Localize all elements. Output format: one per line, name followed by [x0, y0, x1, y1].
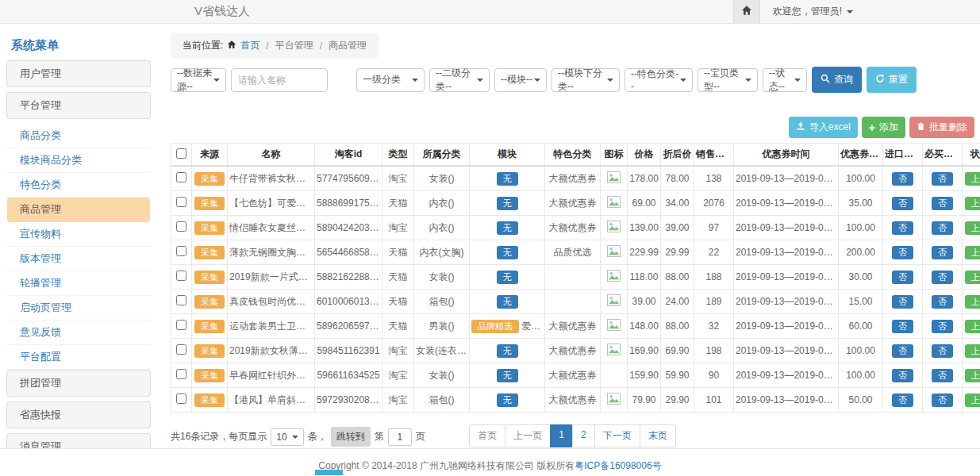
must-buy-badge[interactable]: 否: [932, 320, 953, 333]
sidebar-item[interactable]: 拼团管理: [6, 370, 151, 397]
sidebar-item[interactable]: 商品管理: [7, 198, 150, 222]
sidebar-item[interactable]: 版本管理: [7, 247, 150, 271]
filter-select[interactable]: --特色分类--: [625, 68, 693, 92]
row-checkbox[interactable]: [176, 393, 186, 404]
user-menu[interactable]: 欢迎您，管理员!: [773, 5, 853, 18]
filter-select[interactable]: --宝贝类型--: [698, 68, 758, 92]
must-buy-badge[interactable]: 否: [932, 344, 953, 358]
status-badge[interactable]: 上架: [965, 295, 980, 309]
product-thumbnail[interactable]: [607, 347, 621, 358]
pager-button[interactable]: 末页: [640, 424, 676, 447]
sidebar-item[interactable]: 平台管理: [6, 92, 151, 119]
must-buy-badge[interactable]: 否: [932, 393, 953, 407]
sidebar-item[interactable]: 模块商品分类: [7, 148, 150, 173]
row-checkbox[interactable]: [176, 197, 186, 207]
product-thumbnail[interactable]: [607, 273, 621, 284]
select-all-checkbox[interactable]: [176, 148, 186, 159]
product-thumbnail[interactable]: [607, 224, 621, 235]
row-checkbox[interactable]: [176, 271, 186, 281]
breadcrumb-home-link[interactable]: 首页: [240, 39, 259, 52]
must-buy-badge[interactable]: 否: [932, 271, 953, 284]
pager-button[interactable]: 首页: [469, 424, 505, 447]
sidebar-item[interactable]: 特色分类: [7, 173, 150, 198]
product-thumbnail[interactable]: [607, 248, 621, 259]
row-checkbox[interactable]: [176, 221, 186, 232]
feature-cell: 品质优选: [545, 240, 601, 265]
product-thumbnail[interactable]: [607, 298, 621, 309]
sidebar-item[interactable]: 意见反馈: [7, 321, 150, 345]
row-select-cell: [171, 166, 192, 191]
must-buy-badge[interactable]: 否: [932, 295, 953, 309]
sidebar-item[interactable]: 轮播管理: [7, 271, 150, 296]
search-button[interactable]: 查询: [812, 67, 862, 93]
row-checkbox[interactable]: [176, 295, 186, 305]
row-checkbox[interactable]: [176, 320, 186, 330]
status-badge[interactable]: 上架: [965, 271, 980, 284]
import-select-badge[interactable]: 否: [892, 344, 913, 358]
status-badge[interactable]: 上架: [965, 246, 980, 259]
table-row: 采集【七色纺】可爱纯棉家...588869917501天猫内衣()无大额优惠券6…: [171, 191, 980, 216]
status-badge[interactable]: 上架: [965, 172, 980, 186]
add-button[interactable]: + 添加: [862, 117, 905, 138]
import-select-badge[interactable]: 否: [892, 271, 913, 284]
product-thumbnail[interactable]: [607, 199, 621, 210]
home-button[interactable]: [733, 0, 760, 24]
sidebar-item[interactable]: 省惠快报: [6, 401, 151, 428]
source-cell: 采集: [192, 240, 228, 265]
jump-button[interactable]: 跳转到: [331, 427, 371, 447]
chevron-down-icon: [680, 79, 686, 82]
sidebar-item[interactable]: 启动页管理: [7, 296, 150, 321]
status-badge[interactable]: 上架: [965, 221, 980, 235]
product-thumbnail[interactable]: [607, 175, 621, 186]
status-badge[interactable]: 上架: [965, 393, 980, 407]
name-search-input[interactable]: [231, 68, 328, 92]
sidebar-item[interactable]: 宣传物料: [7, 222, 150, 247]
product-thumbnail[interactable]: [607, 322, 621, 333]
row-checkbox[interactable]: [176, 172, 186, 182]
pager-button[interactable]: 1: [550, 424, 573, 447]
must-buy-badge[interactable]: 否: [932, 246, 953, 259]
coupon-amount-cell: 100.00: [839, 363, 883, 388]
pager-button[interactable]: 上一页: [505, 424, 551, 447]
status-badge[interactable]: 上架: [965, 344, 980, 358]
row-checkbox[interactable]: [176, 246, 186, 256]
must-buy-badge[interactable]: 否: [932, 369, 953, 382]
status-badge[interactable]: 上架: [965, 320, 980, 333]
filter-select[interactable]: 一级分类: [356, 68, 425, 92]
per-page-select[interactable]: 10: [271, 428, 303, 446]
import-select-badge[interactable]: 否: [892, 320, 913, 333]
filter-select[interactable]: --状态--: [763, 68, 807, 92]
import-select-badge[interactable]: 否: [892, 172, 913, 186]
must-buy-badge[interactable]: 否: [932, 221, 953, 235]
import-select-badge[interactable]: 否: [892, 197, 913, 210]
jump-page-input[interactable]: [388, 428, 412, 446]
import-select-badge[interactable]: 否: [892, 369, 913, 382]
pager-button[interactable]: 2: [572, 424, 595, 447]
sidebar-item[interactable]: 商品分类: [7, 124, 150, 148]
filter-select[interactable]: --模块下分类--: [551, 68, 620, 92]
module-badge: 无: [497, 221, 518, 235]
type-cell: 淘宝: [382, 388, 414, 413]
filter-select[interactable]: --数据来源--: [171, 68, 226, 92]
reset-button[interactable]: 重置: [867, 67, 917, 93]
import-excel-button[interactable]: 导入excel: [789, 117, 858, 138]
icp-link[interactable]: 粤ICP备16098006号: [575, 460, 661, 471]
status-badge[interactable]: 上架: [965, 369, 980, 382]
product-thumbnail[interactable]: [607, 396, 621, 407]
filter-select[interactable]: --二级分类--: [429, 68, 490, 92]
must-buy-badge[interactable]: 否: [932, 172, 953, 186]
row-checkbox[interactable]: [176, 369, 186, 379]
must-buy-badge[interactable]: 否: [932, 197, 953, 210]
import-select-badge[interactable]: 否: [892, 246, 913, 259]
batch-delete-button[interactable]: 批量删除: [909, 117, 974, 138]
import-select-badge[interactable]: 否: [892, 221, 913, 235]
filter-select[interactable]: --模块--: [494, 68, 547, 92]
pager-button[interactable]: 下一页: [594, 424, 640, 447]
sidebar-item[interactable]: 平台配置: [7, 345, 150, 370]
sidebar-item[interactable]: 用户管理: [6, 60, 151, 87]
status-badge[interactable]: 上架: [965, 197, 980, 210]
sidebar: 系统菜单 用户管理平台管理商品分类模块商品分类特色分类商品管理宣传物料版本管理轮…: [6, 30, 151, 476]
import-select-badge[interactable]: 否: [892, 295, 913, 309]
import-select-badge[interactable]: 否: [892, 393, 913, 407]
row-checkbox[interactable]: [176, 344, 186, 355]
